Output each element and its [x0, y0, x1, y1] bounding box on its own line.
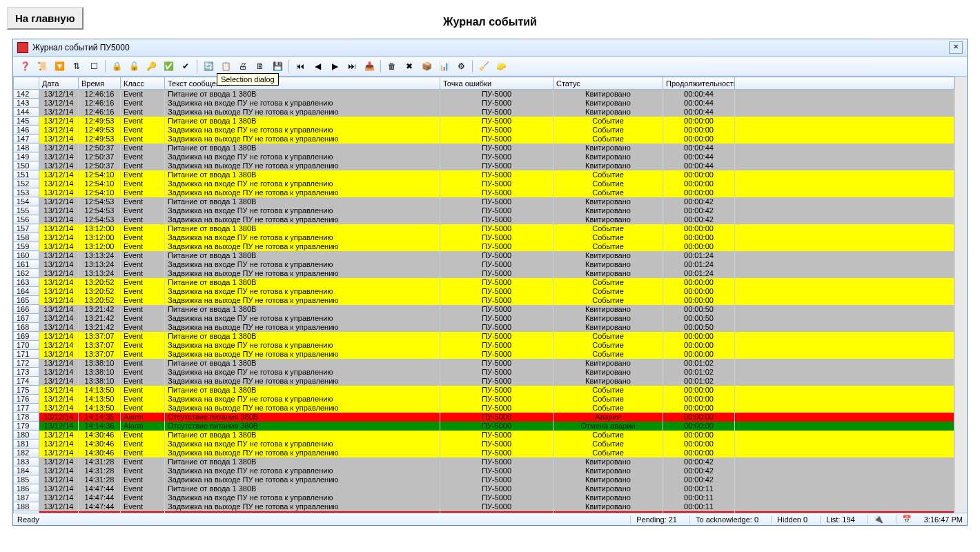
- column-header[interactable]: Статус: [553, 77, 663, 90]
- toolbar-print-icon[interactable]: 🖨: [235, 59, 251, 74]
- toolbar-archive-icon[interactable]: 📦: [419, 59, 434, 74]
- toolbar-delete-icon[interactable]: 🗑: [384, 59, 400, 74]
- home-button[interactable]: На главную: [7, 7, 84, 30]
- table-row[interactable]: 18713/12/1414:47:44EventЗадвижка на вход…: [14, 493, 954, 502]
- toolbar-clearall-icon[interactable]: 🧽: [493, 59, 509, 74]
- table-row[interactable]: 17313/12/1413:38:10EventЗадвижка на вход…: [14, 368, 954, 377]
- table-row[interactable]: 17013/12/1413:37:07EventЗадвижка на вход…: [14, 341, 954, 350]
- cell: 13/12/14: [39, 126, 79, 135]
- close-icon[interactable]: ✕: [949, 41, 963, 54]
- table-row[interactable]: 15113/12/1412:54:10EventПитание от ввода…: [14, 170, 954, 179]
- toolbar-first-icon[interactable]: ⏮: [293, 59, 308, 74]
- cell: 00:01:24: [663, 269, 735, 278]
- cell: [735, 215, 954, 224]
- table-row[interactable]: 18913/12/1414:54:14AlarmОтсутствие питан…: [14, 511, 954, 513]
- table-row[interactable]: 16313/12/1413:20:52EventПитание от ввода…: [14, 278, 954, 287]
- table-row[interactable]: 15813/12/1413:12:00EventЗадвижка на вход…: [14, 233, 954, 242]
- cell: Питание от ввода 1 380В: [165, 90, 440, 99]
- table-row[interactable]: 15913/12/1413:12:00EventЗадвижка на выхо…: [14, 242, 954, 251]
- toolbar-unlock-icon[interactable]: 🔓: [126, 59, 141, 74]
- table-row[interactable]: 18313/12/1414:31:28EventПитание от ввода…: [14, 457, 954, 466]
- column-header[interactable]: Продолжительность: [663, 77, 735, 90]
- toolbar-chart-icon[interactable]: 📊: [436, 59, 451, 74]
- table-row[interactable]: 18013/12/1414:30:46EventПитание от ввода…: [14, 431, 954, 440]
- table-row[interactable]: 15313/12/1412:54:10EventЗадвижка на выхо…: [14, 188, 954, 197]
- table-row[interactable]: 16013/12/1413:13:24EventПитание от ввода…: [14, 251, 954, 260]
- table-row[interactable]: 15613/12/1412:54:53EventЗадвижка на выхо…: [14, 215, 954, 224]
- table-row[interactable]: 17613/12/1414:13:50EventЗадвижка на вход…: [14, 395, 954, 404]
- toolbar-delrow-icon[interactable]: ✖: [402, 59, 417, 74]
- toolbar-ackall-icon[interactable]: ✅: [161, 59, 176, 74]
- toolbar-ack-icon[interactable]: ✔: [178, 59, 193, 74]
- table-row[interactable]: 18613/12/1414:47:44EventПитание от ввода…: [14, 484, 954, 493]
- table-row[interactable]: 16213/12/1413:13:24EventЗадвижка на выхо…: [14, 269, 954, 278]
- table-row[interactable]: 17513/12/1414:13:50EventПитание от ввода…: [14, 386, 954, 395]
- table-row[interactable]: 14813/12/1412:50:37EventПитание от ввода…: [14, 144, 954, 152]
- table-row[interactable]: 18513/12/1414:31:28EventЗадвижка на выхо…: [14, 475, 954, 484]
- cell: 00:00:00: [663, 413, 735, 422]
- table-row[interactable]: 14513/12/1412:49:53EventПитание от ввода…: [14, 117, 954, 126]
- toolbar-clear-icon[interactable]: 🧹: [476, 59, 491, 74]
- table-row[interactable]: 16113/12/1413:13:24EventЗадвижка на вход…: [14, 260, 954, 269]
- column-header[interactable]: [735, 77, 954, 90]
- cell: 175: [14, 386, 39, 395]
- table-row[interactable]: 16813/12/1413:21:42EventЗадвижка на выхо…: [14, 323, 954, 332]
- toolbar-select-icon[interactable]: ☐: [86, 59, 101, 74]
- cell: Event: [121, 233, 165, 242]
- cell: 169: [14, 332, 39, 341]
- table-row[interactable]: 18813/12/1414:47:44EventЗадвижка на выхо…: [14, 502, 954, 511]
- table-row[interactable]: 17713/12/1414:13:50EventЗадвижка на выхо…: [14, 404, 954, 413]
- table-row[interactable]: 15013/12/1412:50:37EventЗадвижка на выхо…: [14, 161, 954, 170]
- table-row[interactable]: 18213/12/1414:30:46EventЗадвижка на выхо…: [14, 448, 954, 457]
- toolbar-next-icon[interactable]: ▶: [327, 59, 342, 74]
- cell: 00:00:00: [663, 440, 735, 448]
- toolbar-settings-icon[interactable]: ⚙: [453, 59, 469, 74]
- table-row[interactable]: 17913/12/1414:14:36AlarmОтсутствие питан…: [14, 422, 954, 431]
- column-header[interactable]: Дата: [39, 77, 79, 90]
- table-row[interactable]: 16713/12/1413:21:42EventЗадвижка на вход…: [14, 314, 954, 323]
- toolbar-sort-icon[interactable]: ⇅: [69, 59, 84, 74]
- vertical-scrollbar[interactable]: [954, 77, 967, 513]
- toolbar-copy-icon[interactable]: 📋: [218, 59, 233, 74]
- toolbar-prev-icon[interactable]: ◀: [310, 59, 325, 74]
- toolbar-last-icon[interactable]: ⏭: [344, 59, 360, 74]
- table-row[interactable]: 16413/12/1413:20:52EventЗадвижка на вход…: [14, 287, 954, 296]
- toolbar-lock-icon[interactable]: 🔒: [109, 59, 124, 74]
- cell: 00:00:44: [663, 108, 735, 117]
- column-header[interactable]: Класс: [121, 77, 165, 90]
- column-header[interactable]: Точка ошибки: [440, 77, 553, 90]
- toolbar-key-icon[interactable]: 🔑: [144, 59, 159, 74]
- table-row[interactable]: 14613/12/1412:49:53EventЗадвижка на вход…: [14, 126, 954, 135]
- table-row[interactable]: 18113/12/1414:30:46EventЗадвижка на вход…: [14, 440, 954, 448]
- toolbar-filter-icon[interactable]: 🔽: [52, 59, 67, 74]
- toolbar-refresh-icon[interactable]: 🔄: [201, 59, 216, 74]
- table-row[interactable]: 14313/12/1412:46:16EventЗадвижка на вход…: [14, 99, 954, 108]
- table-row[interactable]: 17813/12/1414:14:35AlarmОтсутствие питан…: [14, 413, 954, 422]
- cell: Событие: [553, 440, 663, 448]
- table-row[interactable]: 14913/12/1412:50:37EventЗадвижка на вход…: [14, 152, 954, 161]
- table-row[interactable]: 15513/12/1412:54:53EventЗадвижка на вход…: [14, 206, 954, 215]
- toolbar-help-icon[interactable]: ❓: [17, 59, 32, 74]
- table-row[interactable]: 15213/12/1412:54:10EventЗадвижка на вход…: [14, 179, 954, 188]
- table-row[interactable]: 16913/12/1413:37:07EventПитание от ввода…: [14, 332, 954, 341]
- toolbar-printpreview-icon[interactable]: 🗎: [253, 59, 268, 74]
- table-row[interactable]: 18413/12/1414:31:28EventЗадвижка на вход…: [14, 466, 954, 475]
- table-row[interactable]: 14713/12/1412:49:53EventЗадвижка на выхо…: [14, 135, 954, 144]
- cell: 12:50:37: [79, 144, 121, 152]
- column-header[interactable]: [14, 77, 39, 90]
- column-header[interactable]: Текст сообщения: [165, 77, 440, 90]
- table-row[interactable]: 14413/12/1412:46:16EventЗадвижка на выхо…: [14, 108, 954, 117]
- table-row[interactable]: 15413/12/1412:54:53EventПитание от ввода…: [14, 197, 954, 206]
- table-row[interactable]: 16613/12/1413:21:42EventПитание от ввода…: [14, 305, 954, 314]
- table-row[interactable]: 17413/12/1413:38:10EventЗадвижка на выхо…: [14, 377, 954, 386]
- table-row[interactable]: 17213/12/1413:38:10EventПитание от ввода…: [14, 359, 954, 368]
- table-row[interactable]: 17113/12/1413:37:07EventЗадвижка на выхо…: [14, 350, 954, 359]
- column-header[interactable]: Время: [79, 77, 121, 90]
- toolbar-export-icon[interactable]: 💾: [270, 59, 285, 74]
- table-row[interactable]: 16513/12/1413:20:52EventЗадвижка на выхо…: [14, 296, 954, 305]
- cell: Питание от ввода 1 380В: [165, 484, 440, 493]
- toolbar-autoscroll-icon[interactable]: 📜: [35, 59, 50, 74]
- table-row[interactable]: 15713/12/1413:12:00EventПитание от ввода…: [14, 224, 954, 233]
- table-row[interactable]: 14213/12/1412:46:16EventПитание от ввода…: [14, 90, 954, 99]
- toolbar-import-icon[interactable]: 📥: [362, 59, 377, 74]
